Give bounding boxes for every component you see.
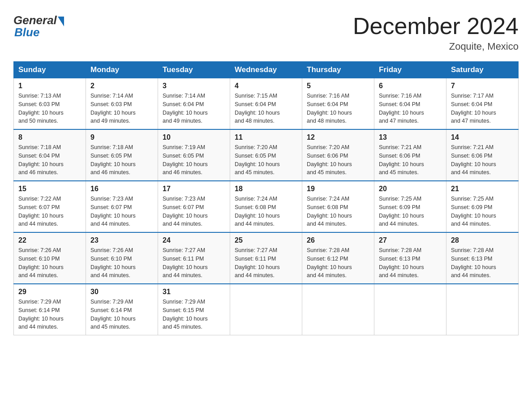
calendar-cell: 1 Sunrise: 7:13 AM Sunset: 6:03 PM Dayli…: [14, 78, 86, 130]
calendar-cell: 22 Sunrise: 7:26 AM Sunset: 6:10 PM Dayl…: [14, 232, 86, 284]
calendar-week-row-5: 29 Sunrise: 7:29 AM Sunset: 6:14 PM Dayl…: [14, 284, 519, 335]
day-number: 22: [18, 236, 81, 244]
calendar-cell: [446, 284, 519, 335]
day-number: 10: [163, 133, 225, 141]
day-number: 9: [90, 133, 153, 141]
calendar-cell: 12 Sunrise: 7:20 AM Sunset: 6:06 PM Dayl…: [302, 129, 374, 181]
col-tuesday: Tuesday: [158, 62, 230, 78]
day-info: Sunrise: 7:29 AM Sunset: 6:14 PM Dayligh…: [90, 298, 153, 331]
day-info: Sunrise: 7:13 AM Sunset: 6:03 PM Dayligh…: [18, 92, 81, 125]
day-number: 27: [379, 236, 442, 244]
day-number: 23: [90, 236, 153, 244]
day-info: Sunrise: 7:26 AM Sunset: 6:10 PM Dayligh…: [18, 246, 81, 280]
col-saturday: Saturday: [446, 62, 519, 78]
day-number: 5: [307, 82, 369, 90]
location: Zoquite, Mexico: [353, 41, 519, 52]
logo-blue-text: Blue: [13, 26, 39, 39]
day-info: Sunrise: 7:29 AM Sunset: 6:15 PM Dayligh…: [163, 298, 225, 331]
month-title: December 2024: [353, 13, 519, 39]
calendar-cell: 3 Sunrise: 7:14 AM Sunset: 6:04 PM Dayli…: [158, 78, 230, 130]
day-number: 6: [379, 82, 442, 90]
calendar-cell: 20 Sunrise: 7:25 AM Sunset: 6:09 PM Dayl…: [374, 181, 446, 232]
calendar-week-row-2: 8 Sunrise: 7:18 AM Sunset: 6:04 PM Dayli…: [14, 129, 519, 181]
day-info: Sunrise: 7:28 AM Sunset: 6:12 PM Dayligh…: [307, 246, 369, 280]
calendar-week-row-3: 15 Sunrise: 7:22 AM Sunset: 6:07 PM Dayl…: [14, 181, 519, 232]
day-number: 2: [90, 82, 153, 90]
calendar-cell: 2 Sunrise: 7:14 AM Sunset: 6:03 PM Dayli…: [86, 78, 158, 130]
calendar-week-row-1: 1 Sunrise: 7:13 AM Sunset: 6:03 PM Dayli…: [14, 78, 519, 130]
day-info: Sunrise: 7:21 AM Sunset: 6:06 PM Dayligh…: [451, 143, 514, 177]
day-info: Sunrise: 7:23 AM Sunset: 6:07 PM Dayligh…: [163, 195, 225, 228]
day-number: 29: [18, 288, 81, 296]
calendar-cell: 25 Sunrise: 7:27 AM Sunset: 6:11 PM Dayl…: [230, 232, 302, 284]
calendar-cell: 26 Sunrise: 7:28 AM Sunset: 6:12 PM Dayl…: [302, 232, 374, 284]
calendar-cell: 7 Sunrise: 7:17 AM Sunset: 6:04 PM Dayli…: [446, 78, 519, 130]
day-info: Sunrise: 7:15 AM Sunset: 6:04 PM Dayligh…: [235, 92, 297, 125]
day-info: Sunrise: 7:21 AM Sunset: 6:06 PM Dayligh…: [379, 143, 442, 177]
day-info: Sunrise: 7:25 AM Sunset: 6:09 PM Dayligh…: [379, 195, 442, 228]
day-info: Sunrise: 7:20 AM Sunset: 6:05 PM Dayligh…: [235, 143, 297, 177]
calendar-cell: [374, 284, 446, 335]
calendar-cell: 24 Sunrise: 7:27 AM Sunset: 6:11 PM Dayl…: [158, 232, 230, 284]
calendar-cell: 6 Sunrise: 7:16 AM Sunset: 6:04 PM Dayli…: [374, 78, 446, 130]
day-info: Sunrise: 7:20 AM Sunset: 6:06 PM Dayligh…: [307, 143, 369, 177]
calendar-cell: 21 Sunrise: 7:25 AM Sunset: 6:09 PM Dayl…: [446, 181, 519, 232]
day-info: Sunrise: 7:14 AM Sunset: 6:04 PM Dayligh…: [163, 92, 225, 125]
day-number: 28: [451, 236, 514, 244]
calendar-cell: 11 Sunrise: 7:20 AM Sunset: 6:05 PM Dayl…: [230, 129, 302, 181]
calendar-cell: 14 Sunrise: 7:21 AM Sunset: 6:06 PM Dayl…: [446, 129, 519, 181]
calendar-cell: 29 Sunrise: 7:29 AM Sunset: 6:14 PM Dayl…: [14, 284, 86, 335]
day-info: Sunrise: 7:23 AM Sunset: 6:07 PM Dayligh…: [90, 195, 153, 228]
day-info: Sunrise: 7:22 AM Sunset: 6:07 PM Dayligh…: [18, 195, 81, 228]
calendar-header-row: Sunday Monday Tuesday Wednesday Thursday…: [14, 62, 519, 78]
day-info: Sunrise: 7:17 AM Sunset: 6:04 PM Dayligh…: [451, 92, 514, 125]
day-info: Sunrise: 7:28 AM Sunset: 6:13 PM Dayligh…: [379, 246, 442, 280]
day-number: 20: [379, 185, 442, 193]
page-header: General Blue December 2024 Zoquite, Mexi…: [13, 13, 519, 52]
calendar-cell: 8 Sunrise: 7:18 AM Sunset: 6:04 PM Dayli…: [14, 129, 86, 181]
calendar-cell: 16 Sunrise: 7:23 AM Sunset: 6:07 PM Dayl…: [86, 181, 158, 232]
day-info: Sunrise: 7:14 AM Sunset: 6:03 PM Dayligh…: [90, 92, 153, 125]
col-wednesday: Wednesday: [230, 62, 302, 78]
logo-triangle-icon: [58, 17, 64, 26]
logo: General Blue: [13, 13, 64, 39]
day-info: Sunrise: 7:18 AM Sunset: 6:05 PM Dayligh…: [90, 143, 153, 177]
calendar-cell: 5 Sunrise: 7:16 AM Sunset: 6:04 PM Dayli…: [302, 78, 374, 130]
day-number: 4: [235, 82, 297, 90]
day-number: 19: [307, 185, 369, 193]
calendar-cell: 30 Sunrise: 7:29 AM Sunset: 6:14 PM Dayl…: [86, 284, 158, 335]
day-number: 30: [90, 288, 153, 296]
col-sunday: Sunday: [14, 62, 86, 78]
calendar-cell: [302, 284, 374, 335]
day-info: Sunrise: 7:24 AM Sunset: 6:08 PM Dayligh…: [235, 195, 297, 228]
day-number: 21: [451, 185, 514, 193]
day-number: 24: [163, 236, 225, 244]
day-number: 26: [307, 236, 369, 244]
calendar-cell: [230, 284, 302, 335]
calendar-cell: 4 Sunrise: 7:15 AM Sunset: 6:04 PM Dayli…: [230, 78, 302, 130]
day-info: Sunrise: 7:18 AM Sunset: 6:04 PM Dayligh…: [18, 143, 81, 177]
calendar-cell: 31 Sunrise: 7:29 AM Sunset: 6:15 PM Dayl…: [158, 284, 230, 335]
calendar-cell: 27 Sunrise: 7:28 AM Sunset: 6:13 PM Dayl…: [374, 232, 446, 284]
day-number: 11: [235, 133, 297, 141]
day-number: 12: [307, 133, 369, 141]
day-info: Sunrise: 7:19 AM Sunset: 6:05 PM Dayligh…: [163, 143, 225, 177]
day-info: Sunrise: 7:29 AM Sunset: 6:14 PM Dayligh…: [18, 298, 81, 331]
calendar-cell: 23 Sunrise: 7:26 AM Sunset: 6:10 PM Dayl…: [86, 232, 158, 284]
col-thursday: Thursday: [302, 62, 374, 78]
day-number: 31: [163, 288, 225, 296]
day-info: Sunrise: 7:16 AM Sunset: 6:04 PM Dayligh…: [307, 92, 369, 125]
day-number: 18: [235, 185, 297, 193]
day-info: Sunrise: 7:26 AM Sunset: 6:10 PM Dayligh…: [90, 246, 153, 280]
day-number: 25: [235, 236, 297, 244]
calendar-cell: 28 Sunrise: 7:28 AM Sunset: 6:13 PM Dayl…: [446, 232, 519, 284]
day-number: 17: [163, 185, 225, 193]
col-friday: Friday: [374, 62, 446, 78]
day-info: Sunrise: 7:16 AM Sunset: 6:04 PM Dayligh…: [379, 92, 442, 125]
day-info: Sunrise: 7:27 AM Sunset: 6:11 PM Dayligh…: [235, 246, 297, 280]
day-info: Sunrise: 7:27 AM Sunset: 6:11 PM Dayligh…: [163, 246, 225, 280]
title-area: December 2024 Zoquite, Mexico: [353, 13, 519, 52]
day-number: 13: [379, 133, 442, 141]
day-number: 3: [163, 82, 225, 90]
day-info: Sunrise: 7:25 AM Sunset: 6:09 PM Dayligh…: [451, 195, 514, 228]
